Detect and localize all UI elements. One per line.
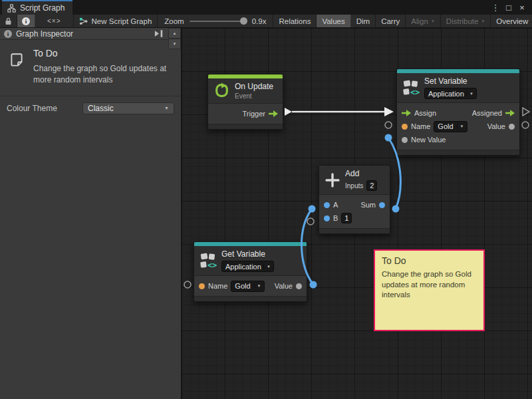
name-port[interactable] bbox=[184, 281, 191, 288]
variable-name-value: Gold bbox=[434, 122, 456, 130]
scroll-up-icon: ▲ bbox=[173, 31, 177, 35]
overview-button[interactable]: Overview bbox=[491, 15, 532, 27]
value-port-label: Value bbox=[487, 122, 505, 130]
variable-name-dropdown[interactable]: Gold ▼ bbox=[434, 121, 467, 132]
relations-label: Relations bbox=[279, 17, 311, 25]
zoom-slider-thumb[interactable] bbox=[240, 17, 247, 25]
node-title: On Update bbox=[235, 82, 273, 91]
variables-icon: <> bbox=[200, 252, 217, 269]
node-set-variable[interactable]: <> Set Variable Application ▼ Assign bbox=[396, 68, 520, 156]
scroll-up-button[interactable]: ▲ bbox=[168, 28, 181, 39]
values-label: Values bbox=[322, 17, 344, 25]
variable-name-value: Gold bbox=[231, 282, 253, 290]
zoom-label: Zoom bbox=[164, 17, 184, 25]
sum-port-connected[interactable] bbox=[392, 205, 400, 213]
dim-toggle[interactable]: Dim bbox=[351, 15, 376, 27]
flow-arrow-icon[interactable] bbox=[402, 110, 411, 116]
todo-description: Change the graph so Gold updates at more… bbox=[33, 63, 174, 86]
a-port-connected[interactable] bbox=[309, 205, 316, 213]
colour-theme-select[interactable]: Classic ▼ bbox=[82, 102, 174, 114]
graph-toolbar: i <×> New Script Graph Zoom 0.9x Relatio… bbox=[0, 15, 532, 28]
new-script-graph-button[interactable]: New Script Graph bbox=[74, 15, 158, 27]
on-update-event-icon bbox=[213, 82, 230, 99]
variable-kind-dropdown[interactable]: Application ▼ bbox=[424, 88, 477, 99]
sum-output-port[interactable] bbox=[379, 202, 385, 208]
value-output-port[interactable] bbox=[509, 124, 515, 130]
node-subtitle: Event bbox=[235, 92, 273, 100]
sticky-note-title: To Do bbox=[382, 255, 477, 266]
relations-toggle[interactable]: Relations bbox=[273, 15, 317, 27]
node-footer bbox=[208, 124, 283, 129]
inspector-title: Graph Inspector bbox=[16, 29, 73, 39]
inputs-count-field[interactable]: 2 bbox=[366, 180, 377, 191]
flow-arrow-icon[interactable] bbox=[505, 110, 515, 116]
node-on-update[interactable]: On Update Event Trigger bbox=[207, 74, 283, 130]
a-port-label: A bbox=[333, 201, 338, 209]
variables-icon: <> bbox=[402, 79, 420, 96]
variable-kind-dropdown[interactable]: Application ▼ bbox=[221, 261, 274, 272]
node-title: Add bbox=[345, 169, 377, 178]
value-port-connected[interactable] bbox=[310, 281, 317, 289]
window-close-icon[interactable]: × bbox=[516, 1, 528, 13]
scroll-down-button[interactable]: ▼ bbox=[168, 39, 181, 49]
assigned-port-label: Assigned bbox=[472, 109, 502, 117]
b-value-field[interactable]: 1 bbox=[341, 213, 352, 223]
chevron-down-icon: ▼ bbox=[254, 284, 264, 288]
window-menu-icon[interactable]: ⋮ bbox=[489, 1, 501, 13]
distribute-dropdown[interactable]: Distribute ▼ bbox=[441, 15, 491, 27]
colour-theme-value: Classic bbox=[88, 104, 114, 113]
b-port-label: B bbox=[333, 214, 338, 222]
sticky-note[interactable]: To Do Change the graph so Gold updates a… bbox=[374, 249, 485, 331]
graph-inspector-panel: i Graph Inspector ▲ ▼ To Do Change the g… bbox=[0, 28, 182, 399]
window-titlebar: Script Graph ⋮ □ × bbox=[0, 0, 532, 15]
values-toggle[interactable]: Values bbox=[317, 15, 350, 27]
node-title: Set Variable bbox=[424, 76, 477, 86]
info-icon: i bbox=[4, 30, 12, 38]
assign-port-label: Assign bbox=[414, 109, 436, 117]
new-value-port-connected[interactable] bbox=[385, 134, 392, 142]
distribute-label: Distribute bbox=[446, 17, 479, 25]
flow-arrow-icon[interactable] bbox=[269, 110, 278, 117]
zoom-slider[interactable] bbox=[190, 21, 247, 22]
zoom-control: Zoom 0.9x bbox=[158, 15, 273, 27]
assigned-flow-port[interactable] bbox=[523, 108, 529, 116]
lock-button[interactable] bbox=[0, 15, 17, 27]
dock-panel-icon[interactable] bbox=[154, 29, 164, 38]
value-port[interactable] bbox=[522, 122, 529, 128]
value-output-port[interactable] bbox=[296, 283, 302, 289]
carry-toggle[interactable]: Carry bbox=[376, 15, 406, 27]
b-input-port[interactable] bbox=[324, 215, 330, 221]
overview-label: Overview bbox=[496, 17, 528, 25]
new-value-input-port[interactable] bbox=[402, 137, 408, 143]
wire-arrowhead-icon bbox=[384, 107, 394, 116]
variable-kind-value: Application bbox=[425, 90, 466, 98]
sticky-note-icon bbox=[9, 48, 24, 73]
svg-text:<>: <> bbox=[410, 88, 420, 96]
node-get-variable[interactable]: <> Get Variable Application ▼ Name Gold bbox=[194, 241, 307, 302]
graph-canvas[interactable]: On Update Event Trigger bbox=[182, 28, 532, 399]
trigger-port-label: Trigger bbox=[243, 110, 265, 118]
b-port[interactable] bbox=[307, 218, 314, 225]
svg-text:<>: <> bbox=[207, 261, 217, 269]
align-dropdown[interactable]: Align ▼ bbox=[406, 15, 441, 27]
a-input-port[interactable] bbox=[324, 202, 330, 208]
inspector-toggle-button[interactable]: i bbox=[17, 15, 35, 27]
window-maximize-icon[interactable]: □ bbox=[503, 1, 515, 13]
graph-tab-icon bbox=[7, 4, 16, 13]
chevron-down-icon: ▼ bbox=[466, 92, 476, 96]
sticky-note-body: Change the graph so Gold updates at more… bbox=[382, 269, 477, 301]
code-preview-button[interactable]: <×> bbox=[35, 15, 74, 27]
trigger-output-port[interactable] bbox=[285, 108, 292, 116]
name-port-label: Name bbox=[411, 122, 430, 130]
chevron-down-icon: ▼ bbox=[457, 124, 467, 128]
node-add[interactable]: Add Inputs 2 A Sum bbox=[319, 165, 390, 234]
name-port[interactable] bbox=[385, 122, 392, 128]
variable-name-dropdown[interactable]: Gold ▼ bbox=[231, 281, 264, 292]
tab-script-graph[interactable]: Script Graph bbox=[2, 0, 72, 15]
chevron-down-icon: ▼ bbox=[431, 19, 435, 23]
name-input-port[interactable] bbox=[402, 124, 408, 130]
sum-port-label: Sum bbox=[360, 201, 376, 209]
value-port-label: Value bbox=[275, 282, 293, 290]
name-input-port[interactable] bbox=[199, 283, 205, 289]
add-icon bbox=[325, 172, 340, 188]
